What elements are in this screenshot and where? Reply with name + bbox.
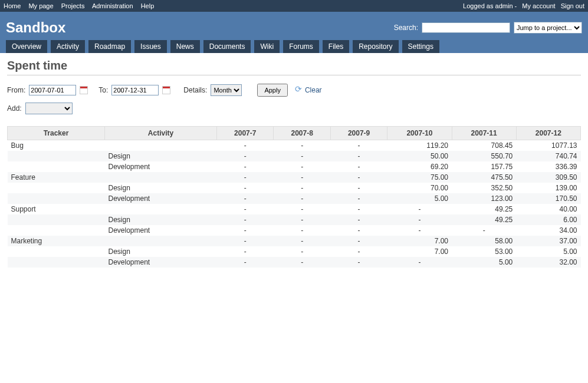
- project-title: Sandbox: [6, 19, 65, 36]
- cell-value: -: [217, 140, 274, 151]
- table-row: Marketing---7.0058.0037.00: [8, 236, 581, 246]
- cell-value: -: [330, 193, 387, 204]
- cell-value: 5.00: [387, 193, 452, 204]
- cell-value: 75.00: [387, 172, 452, 183]
- cell-value: -: [217, 172, 274, 183]
- cell-tracker: [8, 161, 105, 172]
- nav-signout[interactable]: Sign out: [561, 2, 584, 9]
- th-period: 2007-9: [330, 127, 387, 140]
- tab-files[interactable]: Files: [323, 40, 349, 53]
- cell-tracker: Feature: [8, 172, 105, 183]
- cell-tracker: Support: [8, 204, 105, 214]
- cell-activity: [105, 204, 217, 214]
- cell-activity: [105, 172, 217, 183]
- nav-admin[interactable]: Administration: [92, 2, 133, 9]
- project-jump-select[interactable]: Jump to a project...: [514, 22, 582, 34]
- cell-tracker: [8, 193, 105, 204]
- th-period: 2007-8: [274, 127, 330, 140]
- cell-value: 53.00: [452, 246, 516, 257]
- clear-link[interactable]: Clear: [295, 86, 322, 94]
- cell-activity: Development: [105, 193, 217, 204]
- apply-button[interactable]: Apply: [257, 84, 288, 97]
- cell-value: 475.50: [452, 172, 516, 183]
- cell-value: -: [217, 161, 274, 172]
- nav-projects[interactable]: Projects: [61, 2, 85, 9]
- cell-value: -: [387, 214, 452, 225]
- cell-value: 157.75: [452, 161, 516, 172]
- nav-help[interactable]: Help: [141, 2, 155, 9]
- cell-value: 7.00: [387, 236, 452, 246]
- cell-value: -: [274, 236, 330, 246]
- tab-news[interactable]: News: [170, 40, 200, 53]
- cell-activity: Design: [105, 151, 217, 161]
- cell-value: -: [387, 204, 452, 214]
- table-row: Feature---75.00475.50309.50: [8, 172, 581, 183]
- table-row: Design---50.00550.70740.74: [8, 151, 581, 161]
- cell-value: -: [330, 257, 387, 268]
- details-select[interactable]: Month: [211, 84, 242, 96]
- from-input[interactable]: [29, 85, 76, 95]
- cell-tracker: [8, 151, 105, 161]
- cell-activity: Design: [105, 246, 217, 257]
- cell-value: -: [217, 257, 274, 268]
- top-menu: Home My page Projects Administration Hel…: [0, 0, 588, 12]
- cell-value: -: [217, 214, 274, 225]
- cell-value: 70.00: [387, 183, 452, 193]
- table-row: Design---70.00352.50139.00: [8, 183, 581, 193]
- cell-value: 69.20: [387, 161, 452, 172]
- cell-tracker: [8, 214, 105, 225]
- tab-forums[interactable]: Forums: [283, 40, 319, 53]
- cell-value: 1077.13: [516, 140, 580, 151]
- tab-wiki[interactable]: Wiki: [254, 40, 280, 53]
- cell-value: -: [330, 151, 387, 161]
- top-menu-right: Logged as admin - My account Sign out: [463, 2, 584, 9]
- tab-settings[interactable]: Settings: [402, 40, 439, 53]
- cell-value: -: [330, 204, 387, 214]
- cell-value: -: [217, 236, 274, 246]
- tab-repository[interactable]: Repository: [353, 40, 398, 53]
- tab-overview[interactable]: Overview: [6, 40, 47, 53]
- top-menu-left: Home My page Projects Administration Hel…: [4, 2, 160, 9]
- search-input[interactable]: [422, 22, 510, 33]
- cell-value: -: [217, 246, 274, 257]
- cell-tracker: [8, 246, 105, 257]
- cell-value: 5.00: [452, 257, 516, 268]
- nav-mypage[interactable]: My page: [28, 2, 53, 9]
- nav-home[interactable]: Home: [4, 2, 21, 9]
- add-select[interactable]: [25, 103, 73, 114]
- cell-activity: Development: [105, 257, 217, 268]
- table-row: Development----5.0032.00: [8, 257, 581, 268]
- nav-myaccount[interactable]: My account: [522, 2, 555, 9]
- cell-activity: [105, 140, 217, 151]
- tab-issues[interactable]: Issues: [134, 40, 167, 53]
- page-title: Spent time: [7, 59, 581, 75]
- cell-value: -: [452, 225, 516, 236]
- table-row: Development-----34.00: [8, 225, 581, 236]
- tab-roadmap[interactable]: Roadmap: [88, 40, 131, 53]
- cell-value: -: [217, 193, 274, 204]
- table-row: Development---5.00123.00170.50: [8, 193, 581, 204]
- add-label: Add:: [7, 104, 22, 113]
- search-label: Search:: [394, 24, 418, 32]
- cell-value: 6.00: [516, 214, 580, 225]
- cell-value: -: [330, 236, 387, 246]
- th-period: 2007-11: [452, 127, 516, 140]
- cell-activity: Development: [105, 161, 217, 172]
- cell-value: -: [330, 214, 387, 225]
- table-row: Support----49.2540.00: [8, 204, 581, 214]
- report-table: Tracker Activity 2007-7 2007-8 2007-9 20…: [7, 126, 581, 268]
- tab-documents[interactable]: Documents: [203, 40, 251, 53]
- to-input[interactable]: [111, 85, 159, 95]
- cell-value: -: [330, 246, 387, 257]
- main-tabs: Overview Activity Roadmap Issues News Do…: [6, 40, 582, 53]
- cell-value: 123.00: [452, 193, 516, 204]
- cell-value: -: [217, 183, 274, 193]
- cell-value: -: [274, 161, 330, 172]
- th-period: 2007-12: [516, 127, 580, 140]
- calendar-icon[interactable]: [162, 86, 170, 94]
- tab-activity[interactable]: Activity: [51, 40, 85, 53]
- th-period: 2007-7: [217, 127, 274, 140]
- cell-value: 34.00: [516, 225, 580, 236]
- calendar-icon[interactable]: [80, 86, 88, 94]
- cell-value: -: [274, 204, 330, 214]
